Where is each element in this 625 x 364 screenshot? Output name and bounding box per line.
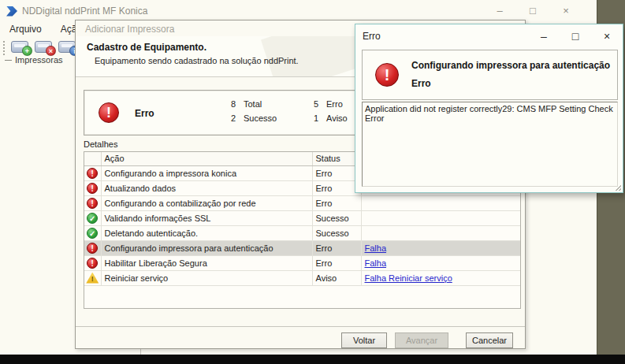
footer-divider xyxy=(76,326,525,327)
stat-erro-value: 5 xyxy=(307,99,318,109)
col-icon[interactable] xyxy=(84,152,101,165)
avancar-button[interactable]: Avançar xyxy=(395,332,448,348)
stat-total-value: 8 xyxy=(225,99,236,109)
status-cell: Erro xyxy=(312,195,361,210)
printer-add-icon[interactable]: + xyxy=(11,39,32,56)
falha-link[interactable]: Falha xyxy=(365,243,387,253)
action-cell: Validando informações SSL xyxy=(101,210,312,225)
maximize-icon[interactable]: □ xyxy=(516,4,549,18)
stat-aviso-label: Aviso xyxy=(326,113,348,123)
error-icon xyxy=(87,258,98,269)
maximize-icon[interactable]: □ xyxy=(560,29,591,43)
falha-link[interactable]: Falha xyxy=(365,258,387,268)
warning-icon xyxy=(86,273,99,284)
status-cell: Erro xyxy=(312,180,361,195)
tree-label: Impressoras xyxy=(15,55,63,65)
link-cell: Falha xyxy=(361,255,520,270)
stat-total-label: Total xyxy=(244,99,262,109)
popup-titlebar[interactable]: Erro – □ × xyxy=(355,24,623,48)
error-icon xyxy=(87,183,98,194)
link-cell: Falha xyxy=(361,240,520,255)
main-window-controls: – □ × xyxy=(483,4,582,18)
desktop: NDDigital nddPrint MF Konica – □ × Arqui… xyxy=(0,0,625,364)
voltar-button[interactable]: Voltar xyxy=(341,332,387,348)
action-cell: Reiniciar serviço xyxy=(101,270,312,285)
col-acao[interactable]: Ação xyxy=(101,152,312,165)
minimize-icon[interactable]: – xyxy=(528,29,560,43)
status-cell: Sucesso xyxy=(312,225,361,240)
stat-sucesso-value: 2 xyxy=(225,113,236,123)
error-icon xyxy=(87,168,98,179)
col-status[interactable]: Status xyxy=(312,152,361,165)
printer-remove-icon[interactable]: × xyxy=(35,39,56,56)
table-row[interactable]: Validando informações SSL Sucesso xyxy=(84,210,520,225)
popup-error-status: Erro xyxy=(411,78,431,89)
popup-error-title: Configurando impressora para autenticaçã… xyxy=(411,60,610,71)
popup-error-message[interactable]: Application did not register correctly29… xyxy=(362,102,618,187)
action-cell: Configurando a impressora konica xyxy=(101,165,312,180)
status-cell: Aviso xyxy=(312,270,361,285)
falha-reiniciar-link[interactable]: Falha Reiniciar serviço xyxy=(365,273,452,283)
error-icon xyxy=(87,198,98,209)
minimize-icon[interactable]: – xyxy=(483,4,516,18)
bottom-black-bar xyxy=(0,355,625,364)
toolbar-grip[interactable] xyxy=(3,41,6,55)
link-cell xyxy=(361,195,520,210)
action-cell: Configurando impressora para autenticaçã… xyxy=(101,240,312,255)
link-cell xyxy=(361,225,520,240)
status-cell: Erro xyxy=(312,240,361,255)
stat-aviso-value: 1 xyxy=(307,113,318,123)
status-cell: Sucesso xyxy=(312,210,361,225)
close-icon[interactable]: × xyxy=(549,4,582,18)
link-cell: Falha Reiniciar serviço xyxy=(361,270,520,285)
tree-line xyxy=(5,60,12,61)
sidebar-item-impressoras[interactable]: Impressoras xyxy=(5,55,63,65)
popup-header-box: Configurando impressora para autenticaçã… xyxy=(362,50,618,100)
error-icon xyxy=(99,102,119,123)
popup-title: Erro xyxy=(363,31,528,42)
status-cell: Erro xyxy=(312,255,361,270)
status-cell: Erro xyxy=(312,165,361,180)
table-row[interactable]: Deletando autenticação. Sucesso xyxy=(84,225,520,240)
success-icon xyxy=(87,213,98,224)
action-cell: Atualizando dados xyxy=(101,180,312,195)
stat-sucesso-label: Sucesso xyxy=(244,113,277,123)
table-row[interactable]: Reiniciar serviço Aviso Falha Reiniciar … xyxy=(84,270,520,285)
link-cell xyxy=(361,210,520,225)
action-cell: Configurando a contabilização por rede xyxy=(101,195,312,210)
cancelar-button[interactable]: Cancelar xyxy=(466,332,513,348)
main-titlebar[interactable]: NDDigital nddPrint MF Konica – □ × xyxy=(0,0,597,19)
table-row[interactable]: Configurando a contabilização por rede E… xyxy=(84,195,520,210)
close-icon[interactable]: × xyxy=(591,29,623,43)
action-cell: Habilitar Liberação Segura xyxy=(101,255,312,270)
success-icon xyxy=(87,228,98,239)
stat-erro-label: Erro xyxy=(326,99,343,109)
action-cell: Deletando autenticação. xyxy=(101,225,312,240)
error-popup: Erro – □ × Configurando impressora para … xyxy=(355,24,623,193)
menu-arquivo[interactable]: Arquivo xyxy=(9,24,42,35)
main-window-title: NDDigital nddPrint MF Konica xyxy=(22,6,483,17)
error-icon xyxy=(87,243,98,254)
error-icon xyxy=(375,63,399,87)
app-logo-icon xyxy=(6,6,17,17)
table-row[interactable]: Habilitar Liberação Segura Erro Falha xyxy=(84,255,520,270)
summary-status-label: Erro xyxy=(135,108,154,119)
details-label: Detalhes xyxy=(84,139,117,149)
table-row-selected[interactable]: Configurando impressora para autenticaçã… xyxy=(84,240,520,255)
